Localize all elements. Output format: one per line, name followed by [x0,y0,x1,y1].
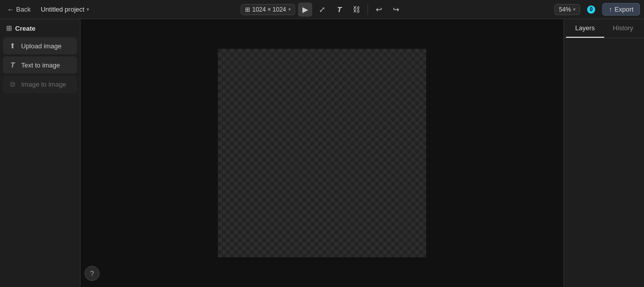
left-panel: ⊞ Create ⬆ Upload image T Text to image … [0,19,80,287]
image-to-image-label: Image to image [21,81,66,88]
image-to-image-item: ⧉ Image to image [3,76,77,93]
link-tool-button[interactable]: ⛓ [350,3,364,17]
help-button[interactable]: ? [85,266,100,281]
create-icon: ⊞ [6,24,12,32]
cursor-tool-button[interactable]: ⤢ [315,3,330,17]
upload-image-label: Upload image [21,42,61,50]
zoom-display[interactable]: 54% ▾ [554,4,580,15]
dimension-chevron-icon: ▾ [288,7,291,12]
export-icon: ↑ [609,6,612,13]
project-title: Untitled project [41,6,85,13]
back-label: Back [16,6,31,13]
canvas-area[interactable]: ? [80,19,564,287]
text-to-image-icon: T [8,61,17,69]
counter-badge: 0 [584,4,598,15]
topbar-right: 54% ▾ 0 ↑ Export [554,3,640,16]
export-label: Export [614,6,633,13]
dimension-select[interactable]: ⊞ 1024 × 1024 ▾ [240,4,295,15]
counter-value: 0 [590,7,593,12]
zoom-value: 54% [559,6,571,13]
text-to-image-item[interactable]: T Text to image [3,56,77,74]
tab-history[interactable]: History [604,19,642,38]
dimension-value: 1024 × 1024 [252,6,286,13]
upload-image-item[interactable]: ⬆ Upload image [3,37,77,54]
chevron-down-icon: ▾ [87,7,89,12]
project-title-wrap[interactable]: Untitled project ▾ [38,4,92,15]
tab-history-label: History [613,24,633,32]
text-tool-button[interactable]: T [333,3,347,17]
back-button[interactable]: ← Back [4,4,34,16]
tab-layers-label: Layers [575,24,595,32]
image-to-image-icon: ⧉ [8,80,17,89]
text-to-image-label: Text to image [21,61,60,69]
tab-layers[interactable]: Layers [566,19,604,38]
export-button[interactable]: ↑ Export [602,3,640,16]
dimension-icon: ⊞ [245,6,250,13]
play-tool-button[interactable]: ▶ [298,3,312,17]
help-icon: ? [90,269,94,277]
right-panel: Layers History [564,19,644,287]
undo-button[interactable]: ↩ [372,3,386,17]
main-area: ⊞ Create ⬆ Upload image T Text to image … [0,19,644,287]
redo-button[interactable]: ↪ [389,3,404,17]
canvas [218,49,426,257]
panel-header: ⊞ Create [0,19,80,36]
right-panel-tabs: Layers History [564,19,644,38]
upload-image-icon: ⬆ [8,42,17,50]
panel-header-label: Create [15,25,35,32]
back-arrow-icon: ← [7,6,14,14]
topbar: ← Back Untitled project ▾ ⊞ 1024 × 1024 … [0,0,644,19]
center-toolbar: ⊞ 1024 × 1024 ▾ ▶ ⤢ T ⛓ ↩ ↪ [240,3,403,17]
tool-divider [368,5,368,15]
zoom-chevron-icon: ▾ [573,7,576,12]
cyan-dot-icon: 0 [587,6,595,14]
